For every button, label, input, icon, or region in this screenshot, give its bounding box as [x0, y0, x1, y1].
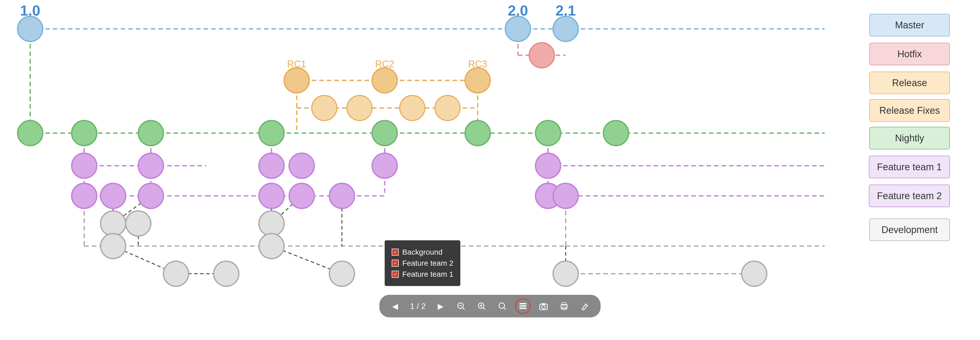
svg-rect-103 — [519, 303, 527, 304]
svg-text:2.0: 2.0 — [508, 2, 528, 19]
svg-point-86 — [164, 261, 189, 286]
svg-point-58 — [435, 95, 460, 120]
svg-line-100 — [483, 308, 485, 309]
svg-point-76 — [72, 183, 97, 209]
svg-point-74 — [372, 153, 397, 178]
legend-master: Master — [869, 14, 950, 36]
svg-point-91 — [329, 261, 355, 286]
svg-point-45 — [18, 16, 43, 41]
prev-page-button[interactable]: ◀ — [387, 298, 403, 314]
svg-point-57 — [400, 95, 425, 120]
svg-point-78 — [138, 183, 164, 209]
checkbox-feat2[interactable]: ✓ — [392, 259, 399, 267]
toolbar: ◀ 1 / 2 ▶ — [379, 295, 601, 318]
svg-point-107 — [542, 305, 545, 308]
svg-point-75 — [536, 153, 561, 178]
filter-popup: ✓ Background ✓ Feature team 2 ✓ Feature … — [385, 240, 460, 286]
svg-point-56 — [347, 95, 372, 120]
next-page-button[interactable]: ▶ — [433, 298, 448, 314]
svg-line-96 — [463, 308, 465, 309]
svg-point-72 — [259, 153, 284, 178]
svg-rect-104 — [519, 305, 527, 307]
svg-point-65 — [259, 120, 284, 145]
zoom-out-button[interactable] — [453, 298, 469, 314]
svg-point-70 — [72, 153, 97, 178]
svg-text:RC1: RC1 — [287, 59, 306, 69]
svg-point-47 — [553, 16, 578, 41]
legend-nightly: Nightly — [869, 127, 950, 149]
svg-text:RC3: RC3 — [468, 59, 487, 69]
svg-point-63 — [72, 120, 97, 145]
svg-point-80 — [289, 183, 314, 209]
svg-point-68 — [536, 120, 561, 145]
zoom-in-button[interactable] — [474, 298, 490, 314]
camera-button[interactable] — [536, 298, 551, 314]
edit-button[interactable] — [577, 298, 593, 314]
svg-point-87 — [214, 261, 239, 286]
svg-point-46 — [505, 16, 530, 41]
checkbox-background[interactable]: ✓ — [392, 248, 399, 256]
svg-line-102 — [504, 308, 506, 309]
svg-point-64 — [138, 120, 164, 145]
popup-item-feat2[interactable]: ✓ Feature team 2 — [392, 259, 453, 267]
svg-text:1.0: 1.0 — [20, 2, 40, 19]
svg-point-85 — [126, 211, 151, 236]
svg-point-53 — [372, 68, 397, 93]
popup-item-feat1[interactable]: ✓ Feature team 1 — [392, 270, 453, 278]
svg-point-77 — [100, 183, 126, 209]
svg-point-67 — [465, 120, 490, 145]
search-button[interactable] — [495, 298, 510, 314]
print-button[interactable] — [556, 298, 572, 314]
svg-point-51 — [529, 43, 554, 68]
svg-point-92 — [553, 261, 578, 286]
legend-hotfix: Hotfix — [869, 43, 950, 65]
checkbox-feat1[interactable]: ✓ — [392, 271, 399, 278]
legend-development: Development — [869, 218, 950, 241]
legend-release: Release — [869, 71, 950, 94]
svg-point-90 — [259, 234, 284, 259]
svg-point-55 — [312, 95, 337, 120]
legend-feature-team-1: Feature team 1 — [869, 156, 950, 178]
legend-feature-team-2: Feature team 2 — [869, 185, 950, 207]
svg-point-71 — [138, 153, 164, 178]
svg-point-66 — [372, 120, 397, 145]
svg-point-83 — [553, 183, 578, 209]
svg-point-52 — [284, 68, 309, 93]
svg-text:RC2: RC2 — [375, 59, 394, 69]
svg-point-54 — [465, 68, 490, 93]
page-indicator: 1 / 2 — [408, 302, 428, 311]
layers-button[interactable] — [515, 298, 531, 314]
svg-text:2.1: 2.1 — [555, 2, 576, 19]
svg-point-69 — [603, 120, 628, 145]
svg-point-73 — [289, 153, 314, 178]
legend-release-fixes: Release Fixes — [869, 99, 950, 122]
svg-point-62 — [18, 120, 43, 145]
svg-point-89 — [259, 211, 284, 236]
popup-item-background[interactable]: ✓ Background — [392, 248, 453, 256]
svg-point-84 — [100, 211, 126, 236]
svg-point-88 — [100, 234, 126, 259]
svg-point-81 — [329, 183, 355, 209]
svg-point-93 — [742, 261, 767, 286]
svg-rect-105 — [519, 308, 527, 309]
svg-point-79 — [259, 183, 284, 209]
